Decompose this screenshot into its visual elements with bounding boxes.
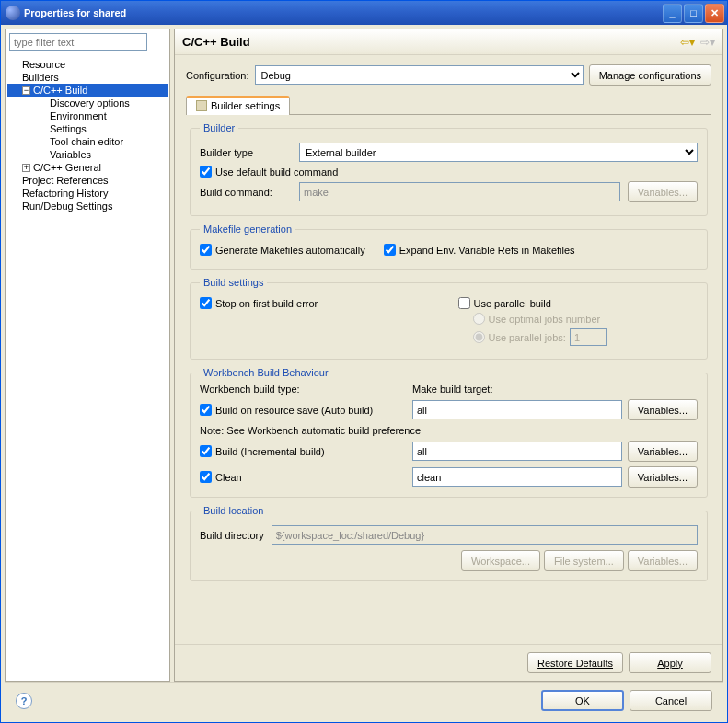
parallel-jobs-radio: Use parallel jobs: [473,328,699,346]
build-location-legend: Build location [200,505,267,516]
use-parallel-checkbox[interactable]: Use parallel build [458,297,699,309]
tab-label: Builder settings [211,100,280,111]
expand-env-checkbox[interactable]: Expand Env. Variable Refs in Makefiles [384,244,575,256]
build-directory-input [272,525,698,545]
titlebar: Properties for shared _ □ ✕ [1,1,727,25]
cancel-button[interactable]: Cancel [630,690,712,711]
build-command-input [299,182,620,201]
makefile-legend: Makefile generation [200,224,295,235]
maximize-button[interactable]: □ [684,4,703,23]
jobs-spinner [570,328,607,346]
incremental-build-checkbox[interactable]: Build (Incremental build) [200,445,407,457]
tab-bar: Builder settings [186,95,711,115]
configuration-select[interactable]: Debug [255,65,584,85]
tree-item-variables[interactable]: Variables [7,148,168,161]
main-split: Resource Builders −C/C++ Build Discovery… [5,29,723,682]
tree-item-cpp-general[interactable]: +C/C++ General [7,161,168,174]
filter-input[interactable] [9,33,147,51]
configuration-row: Configuration: Debug Manage configuratio… [186,64,711,86]
dialog-content: Resource Builders −C/C++ Build Discovery… [1,25,727,722]
tree-item-cpp-build[interactable]: −C/C++ Build [7,84,168,97]
workbench-legend: Workbench Build Behaviour [200,367,332,378]
clean-variables-button[interactable]: Variables... [628,466,698,488]
generate-makefiles-checkbox[interactable]: Generate Makefiles automatically [200,244,365,256]
incremental-variables-button[interactable]: Variables... [628,441,698,462]
builder-settings-icon [196,100,207,111]
builder-type-select[interactable]: External builder [299,143,698,162]
auto-build-target-input[interactable] [412,400,622,419]
tree-item-rundebug[interactable]: Run/Debug Settings [7,200,168,212]
properties-dialog: Properties for shared _ □ ✕ Resource Bui… [0,0,728,723]
auto-build-checkbox[interactable]: Build on resource save (Auto build) [200,404,407,416]
forward-arrow-icon: ⇨▾ [700,36,715,49]
back-arrow-icon[interactable]: ⇦▾ [680,36,695,49]
help-icon[interactable]: ? [16,693,32,709]
page-footer: Restore Defaults Apply [175,644,722,681]
workbench-note: Note: See Workbench automatic build pref… [200,425,698,436]
bottom-bar: ? OK Cancel [5,682,723,718]
configuration-label: Configuration: [186,70,249,81]
makefile-group: Makefile generation Generate Makefiles a… [190,224,708,270]
builder-legend: Builder [200,122,238,133]
use-default-build-checkbox[interactable]: Use default build command [200,166,698,178]
nav-arrows: ⇦▾ ⇨▾ [680,36,715,49]
manage-configurations-button[interactable]: Manage configurations [589,64,711,86]
tree-item-project-refs[interactable]: Project References [7,174,168,187]
build-cmd-variables-button: Variables... [628,181,698,202]
build-settings-legend: Build settings [200,277,267,288]
window-controls: _ □ ✕ [663,4,724,23]
eclipse-icon [6,6,20,20]
right-panel: C/C++ Build ⇦▾ ⇨▾ Configuration: Debug M… [174,29,723,682]
builder-group: Builder Builder type External builder Us… [190,122,708,216]
build-settings-group: Build settings Stop on first build error [190,277,708,360]
filesystem-button: File system... [544,550,624,571]
tree-item-builders[interactable]: Builders [7,71,168,84]
tree-item-environment[interactable]: Environment [7,109,168,122]
properties-tree[interactable]: Resource Builders −C/C++ Build Discovery… [6,54,169,681]
tree-item-refactoring[interactable]: Refactoring History [7,187,168,200]
window-title: Properties for shared [24,7,663,18]
tree-item-settings[interactable]: Settings [7,122,168,135]
tab-builder-settings[interactable]: Builder settings [186,96,290,115]
build-location-group: Build location Build directory Workspace… [190,505,708,581]
minimize-button[interactable]: _ [663,4,682,23]
build-directory-label: Build directory [200,530,264,541]
left-panel: Resource Builders −C/C++ Build Discovery… [5,29,170,682]
tree-item-toolchain[interactable]: Tool chain editor [7,135,168,148]
workbench-group: Workbench Build Behaviour Workbench buil… [190,367,708,498]
page-title: C/C++ Build [182,35,680,49]
workspace-button: Workspace... [461,550,540,571]
tab-content: Builder Builder type External builder Us… [186,115,711,592]
stop-on-error-checkbox[interactable]: Stop on first build error [200,297,440,309]
page-header: C/C++ Build ⇦▾ ⇨▾ [175,29,722,55]
apply-button[interactable]: Apply [629,652,711,673]
incremental-target-input[interactable] [412,442,622,461]
optimal-jobs-radio: Use optimal jobs number [473,313,699,325]
clean-target-input[interactable] [412,467,622,487]
expand-icon[interactable]: + [22,164,30,172]
tree-item-discovery[interactable]: Discovery options [7,97,168,109]
collapse-icon[interactable]: − [22,86,30,95]
clean-checkbox[interactable]: Clean [200,471,407,483]
close-button[interactable]: ✕ [705,4,724,23]
workbench-type-header: Workbench build type: [200,384,407,395]
restore-defaults-button[interactable]: Restore Defaults [527,652,623,673]
build-command-label: Build command: [200,187,292,198]
ok-button[interactable]: OK [541,690,624,711]
builder-type-label: Builder type [200,147,292,158]
location-variables-button: Variables... [628,550,698,571]
make-target-header: Make build target: [412,384,622,395]
tree-item-resource[interactable]: Resource [7,58,168,71]
page-body: Configuration: Debug Manage configuratio… [175,55,722,644]
auto-build-variables-button[interactable]: Variables... [628,399,698,420]
